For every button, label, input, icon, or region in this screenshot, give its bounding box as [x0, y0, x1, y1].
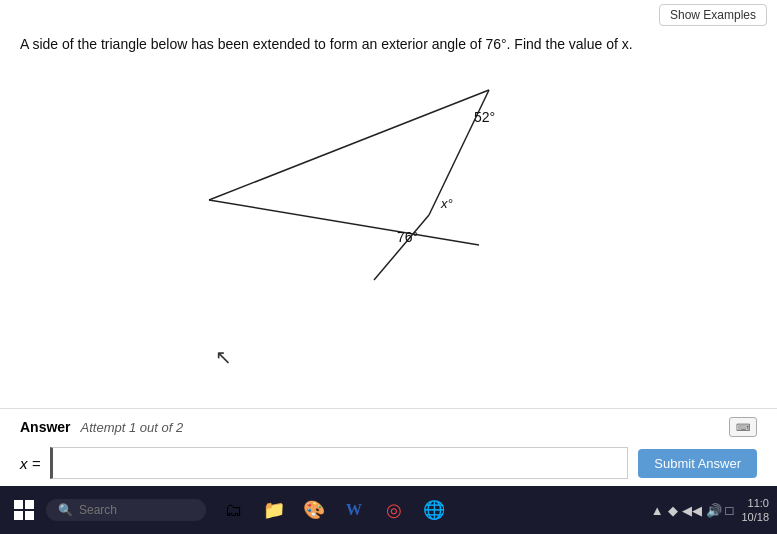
taskbar-icon-files[interactable]: 🗂	[216, 492, 252, 528]
main-content: A side of the triangle below has been ex…	[0, 24, 777, 310]
submit-answer-button[interactable]: Submit Answer	[638, 449, 757, 478]
answer-label: Answer	[20, 419, 71, 435]
speaker-icon: 🔊	[706, 503, 722, 518]
start-button[interactable]	[8, 494, 40, 526]
calendar-date: 10/18	[741, 510, 769, 524]
taskbar-icon-folder[interactable]: 📁	[256, 492, 292, 528]
answer-input[interactable]	[50, 447, 628, 479]
taskbar-search-icon: 🔍	[58, 503, 73, 517]
taskbar-icon-media[interactable]: ◎	[376, 492, 412, 528]
answer-input-row: x = Submit Answer	[20, 447, 757, 479]
svg-text:76°: 76°	[397, 229, 418, 245]
svg-line-2	[209, 200, 479, 245]
notification-icon: □	[726, 503, 734, 518]
taskbar-search-input[interactable]	[79, 503, 179, 517]
problem-text: A side of the triangle below has been ex…	[20, 34, 700, 55]
answer-header: Answer Attempt 1 out of 2 ⌨	[20, 409, 757, 447]
wifi-icon: ◆	[668, 503, 678, 518]
triangle-diagram: 52° x° 76°	[179, 60, 599, 290]
taskbar-icons: 🗂 📁 🎨 W ◎ 🌐	[216, 492, 452, 528]
svg-line-0	[209, 90, 489, 200]
svg-text:52°: 52°	[474, 109, 495, 125]
taskbar-icon-word[interactable]: W	[336, 492, 372, 528]
time-date: 11:0 10/18	[741, 496, 769, 525]
volume-icon: ◀◀	[682, 503, 702, 518]
clock: 11:0	[741, 496, 769, 510]
keyboard-icon[interactable]: ⌨	[729, 417, 757, 437]
taskbar-search[interactable]: 🔍	[46, 499, 206, 521]
taskbar: 🔍 🗂 📁 🎨 W ◎ 🌐 ▲ ◆ ◀◀ 🔊 □ 11:0 10/18	[0, 486, 777, 534]
windows-logo-icon	[14, 500, 34, 520]
taskbar-icon-art[interactable]: 🎨	[296, 492, 332, 528]
taskbar-right: ▲ ◆ ◀◀ 🔊 □ 11:0 10/18	[651, 496, 769, 525]
attempt-text: Attempt 1 out of 2	[81, 420, 184, 435]
show-examples-button[interactable]: Show Examples	[659, 4, 767, 26]
cursor-arrow: ↖	[215, 345, 232, 369]
svg-line-3	[374, 215, 429, 280]
system-icons: ▲ ◆ ◀◀ 🔊 □	[651, 503, 734, 518]
answer-section: Answer Attempt 1 out of 2 ⌨ x = Submit A…	[0, 408, 777, 479]
taskbar-icon-browser[interactable]: 🌐	[416, 492, 452, 528]
x-equals-label: x =	[20, 455, 40, 472]
network-icon: ▲	[651, 503, 664, 518]
svg-text:x°: x°	[440, 196, 453, 211]
diagram-area: 52° x° 76° ↖	[20, 60, 757, 310]
